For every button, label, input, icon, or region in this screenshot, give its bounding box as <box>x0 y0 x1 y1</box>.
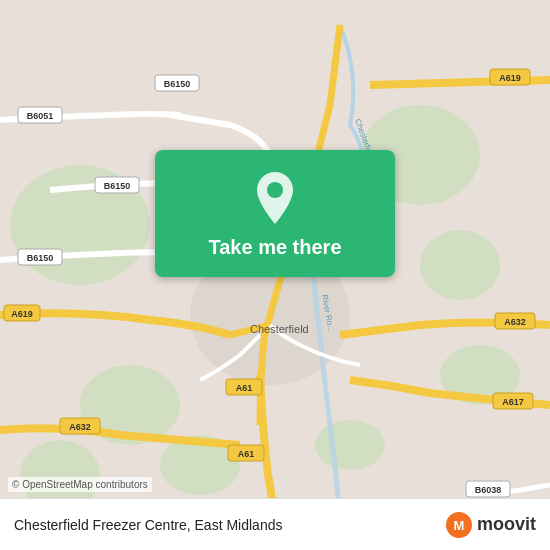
svg-text:A617: A617 <box>502 397 524 407</box>
svg-text:A61: A61 <box>238 449 255 459</box>
moovit-text: moovit <box>477 514 536 535</box>
svg-text:B6038: B6038 <box>475 485 502 495</box>
copyright-notice: © OpenStreetMap contributors <box>8 477 152 492</box>
svg-text:A619: A619 <box>499 73 521 83</box>
svg-text:A61: A61 <box>236 383 253 393</box>
take-me-there-button[interactable]: Take me there <box>155 150 395 277</box>
svg-text:A632: A632 <box>69 422 91 432</box>
svg-text:Chesterfield: Chesterfield <box>250 323 309 335</box>
location-pin-icon <box>251 170 299 226</box>
bottom-bar: Chesterfield Freezer Centre, East Midlan… <box>0 498 550 550</box>
svg-point-3 <box>420 230 500 300</box>
location-label: Chesterfield Freezer Centre, East Midlan… <box>14 517 445 533</box>
svg-text:B6150: B6150 <box>164 79 191 89</box>
svg-point-38 <box>267 182 283 198</box>
svg-text:A619: A619 <box>11 309 33 319</box>
moovit-logo: M moovit <box>445 511 536 539</box>
svg-text:B6150: B6150 <box>27 253 54 263</box>
svg-text:M: M <box>454 518 465 533</box>
map-container: B6051 B6150 B6150 B6150 A619 A619 A632 A… <box>0 0 550 550</box>
svg-text:B6150: B6150 <box>104 181 131 191</box>
svg-text:B6051: B6051 <box>27 111 54 121</box>
svg-text:A632: A632 <box>504 317 526 327</box>
svg-point-6 <box>315 420 385 470</box>
moovit-icon: M <box>445 511 473 539</box>
button-label: Take me there <box>208 236 341 259</box>
